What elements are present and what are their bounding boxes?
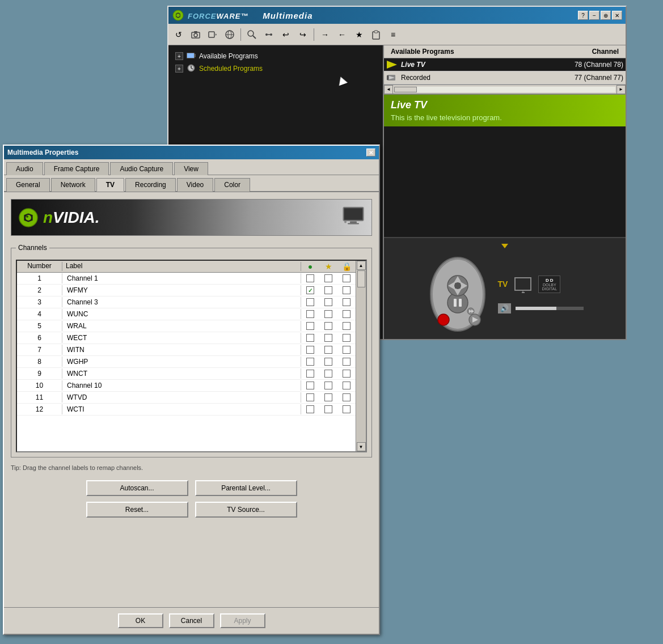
channel-row[interactable]: 2 WFMY ✓: [17, 285, 356, 296]
ch6-lock-cb[interactable]: [343, 334, 350, 342]
close-button[interactable]: ✕: [612, 11, 622, 20]
ch11-fav-cb[interactable]: [324, 393, 332, 401]
channel-row[interactable]: 1 Channel 1: [17, 273, 356, 285]
ch1-active-cb[interactable]: [306, 274, 314, 282]
ch6-fav-cb[interactable]: [324, 334, 332, 342]
help-button[interactable]: ?: [578, 11, 588, 20]
ch9-active-cb[interactable]: [306, 370, 314, 378]
scroll-thumb[interactable]: [394, 87, 417, 92]
ch10-lock-cb[interactable]: [343, 382, 350, 389]
ch5-lock-cb[interactable]: [343, 322, 350, 330]
program-row-recorded[interactable]: Recorded 77 (Channel 77): [384, 71, 626, 84]
ch8-active-cb[interactable]: [306, 358, 314, 366]
ch9-lock-cb[interactable]: [343, 370, 350, 378]
tv-source-button[interactable]: TV Source...: [195, 502, 297, 518]
reset-button[interactable]: Reset...: [86, 502, 188, 518]
tab-network[interactable]: Network: [51, 178, 95, 192]
channel-row[interactable]: 12 WCTI: [17, 404, 356, 416]
mmp-close-button[interactable]: ✕: [366, 149, 375, 156]
toolbar-undo-btn[interactable]: ↩: [278, 27, 294, 43]
scroll-left-btn[interactable]: ◄: [384, 85, 393, 94]
channel-row[interactable]: 8 WGHP: [17, 356, 356, 368]
ch6-active-cb[interactable]: [306, 334, 314, 342]
ch12-lock-cb[interactable]: [343, 405, 350, 413]
scheduled-programs-label: Scheduled Programs: [199, 65, 263, 73]
toolbar-back-btn[interactable]: ↺: [171, 27, 187, 43]
toolbar-back2-btn[interactable]: ←: [334, 27, 350, 43]
tab-frame-capture[interactable]: Frame Capture: [44, 162, 109, 175]
svg-point-3: [194, 33, 197, 37]
toolbar-clipboard-btn[interactable]: [368, 27, 384, 43]
ch10-active-cb[interactable]: [306, 382, 314, 389]
toolbar-camera-btn[interactable]: [188, 27, 204, 43]
ch10-fav-cb[interactable]: [324, 382, 332, 389]
toolbar-world-btn[interactable]: [222, 27, 238, 43]
tab-color[interactable]: Color: [214, 178, 250, 192]
tree-scheduled-programs[interactable]: + Scheduled Programs: [173, 62, 378, 75]
channel-row[interactable]: 6 WECT: [17, 332, 356, 344]
ch7-active-cb[interactable]: [306, 346, 314, 354]
ch7-fav-cb[interactable]: [324, 346, 332, 354]
volume-slider[interactable]: [516, 307, 584, 310]
channel-row[interactable]: 3 Channel 3: [17, 296, 356, 308]
ch4-fav-cb[interactable]: [324, 310, 332, 318]
scroll-up-btn[interactable]: ▲: [357, 261, 366, 270]
ch1-lock-cb[interactable]: [343, 274, 350, 282]
tree-expand-scheduled[interactable]: +: [175, 65, 183, 73]
tab-video[interactable]: Video: [177, 178, 213, 192]
channel-row[interactable]: 11 WTVD: [17, 392, 356, 404]
toolbar-redo-btn[interactable]: ↪: [295, 27, 311, 43]
ch2-active-cb[interactable]: ✓: [306, 286, 314, 294]
ch2-lock-cb[interactable]: [343, 286, 350, 294]
tree-expand-available[interactable]: +: [175, 52, 183, 60]
channel-row[interactable]: 10 Channel 10: [17, 380, 356, 392]
volume-btn[interactable]: 🔊: [498, 303, 511, 313]
scroll-down-btn[interactable]: ▼: [357, 442, 366, 451]
channel-row[interactable]: 4 WUNC: [17, 308, 356, 320]
toolbar-search-btn[interactable]: [244, 27, 260, 43]
ch1-fav-cb[interactable]: [324, 274, 332, 282]
tab-view[interactable]: View: [174, 162, 208, 175]
tab-recording[interactable]: Recording: [125, 178, 176, 192]
ok-button[interactable]: OK: [118, 613, 163, 628]
scroll-right-btn[interactable]: ►: [616, 85, 626, 94]
tab-audio-capture[interactable]: Audio Capture: [110, 162, 173, 175]
ch12-active-cb[interactable]: [306, 405, 314, 413]
toolbar-star-btn[interactable]: ★: [351, 27, 367, 43]
program-row-livetv[interactable]: Live TV 78 (Channel 78): [384, 58, 626, 71]
tab-tv[interactable]: TV: [96, 178, 124, 192]
ch4-lock-cb[interactable]: [343, 310, 350, 318]
tree-available-programs[interactable]: + Available Programs: [173, 50, 378, 62]
autoscan-button[interactable]: Autoscan...: [86, 480, 188, 496]
apply-button[interactable]: Apply: [220, 613, 265, 628]
toolbar-video-btn[interactable]: [205, 27, 221, 43]
scroll-thumb-v[interactable]: [357, 270, 365, 287]
tab-general[interactable]: General: [6, 178, 50, 192]
ch12-fav-cb[interactable]: [324, 405, 332, 413]
toolbar-connect-btn[interactable]: [261, 27, 277, 43]
ch11-lock-cb[interactable]: [343, 393, 350, 401]
ch5-fav-cb[interactable]: [324, 322, 332, 330]
maximize-button[interactable]: ⊕: [601, 11, 611, 20]
ch9-fav-cb[interactable]: [324, 370, 332, 378]
ch5-active-cb[interactable]: [306, 322, 314, 330]
forceware-logo-icon: [172, 9, 184, 22]
ch11-active-cb[interactable]: [306, 393, 314, 401]
channel-row[interactable]: 9 WNCT: [17, 368, 356, 380]
ch3-lock-cb[interactable]: [343, 298, 350, 306]
parental-level-button[interactable]: Parental Level...: [195, 480, 297, 496]
ch3-active-cb[interactable]: [306, 298, 314, 306]
ch2-fav-cb[interactable]: [324, 286, 332, 294]
ch3-fav-cb[interactable]: [324, 298, 332, 306]
cancel-button[interactable]: Cancel: [169, 613, 214, 628]
ch8-lock-cb[interactable]: [343, 358, 350, 366]
channel-row[interactable]: 7 WITN: [17, 344, 356, 356]
toolbar-forward-btn[interactable]: →: [317, 27, 333, 43]
ch8-fav-cb[interactable]: [324, 358, 332, 366]
channel-row[interactable]: 5 WRAL: [17, 320, 356, 332]
ch4-active-cb[interactable]: [306, 310, 314, 318]
minimize-button[interactable]: −: [589, 11, 599, 20]
ch7-lock-cb[interactable]: [343, 346, 350, 354]
toolbar-list-btn[interactable]: ≡: [385, 27, 401, 43]
tab-audio[interactable]: Audio: [6, 162, 43, 175]
